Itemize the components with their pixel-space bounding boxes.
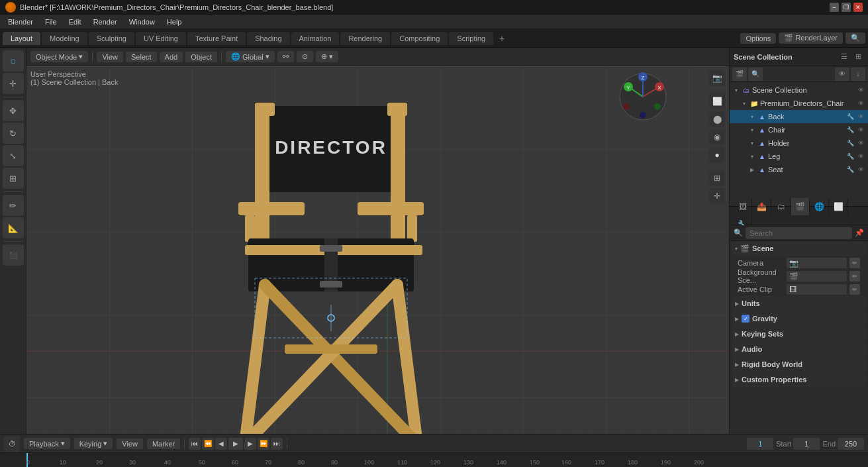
scale-tool-btn[interactable]: ⤡ — [3, 145, 24, 166]
tree-item-back[interactable]: ▾ ▲ Back 🔧 👁 — [730, 110, 868, 123]
props-tab-object[interactable]: ⬜ — [830, 198, 848, 215]
eye-icon-2[interactable]: 👁 — [856, 99, 865, 108]
tab-animation[interactable]: Animation — [291, 32, 340, 45]
tree-item-holder[interactable]: ▾ ▲ Holder 🔧 👁 — [730, 136, 868, 150]
shading-material-btn[interactable]: ◉ — [709, 129, 725, 145]
tab-uv-editing[interactable]: UV Editing — [136, 32, 186, 45]
tab-sculpting[interactable]: Sculpting — [89, 32, 134, 45]
props-tab-output[interactable]: 📤 — [753, 198, 771, 215]
search-button[interactable]: 🔍 — [845, 32, 865, 44]
render-layer-display[interactable]: 🎬 RenderLayer — [779, 32, 843, 44]
eye-icon-6[interactable]: 👁 — [856, 152, 865, 161]
close-button[interactable]: ✕ — [853, 3, 863, 12]
menu-file[interactable]: File — [40, 17, 62, 27]
transform-global-selector[interactable]: 🌐 Global ▾ — [226, 51, 275, 62]
options-button[interactable]: Options — [740, 33, 776, 44]
tab-layout[interactable]: Layout — [3, 32, 40, 45]
audio-section-header[interactable]: ▶ Audio — [732, 342, 865, 356]
rigid-body-header[interactable]: ▶ Rigid Body World — [732, 357, 865, 372]
menu-blender[interactable]: Blender — [3, 17, 38, 27]
shading-rendered-btn[interactable]: ● — [709, 147, 725, 163]
properties-search-input[interactable] — [746, 227, 852, 239]
viewport-canvas[interactable]: DIRECTOR — [26, 66, 729, 434]
overlay-btn[interactable]: ⊞ — [709, 170, 725, 186]
outliner-hide-btn[interactable]: 👁 — [835, 68, 849, 81]
camera-edit-btn[interactable]: ✏ — [849, 258, 860, 268]
viewport-view-menu[interactable]: View — [97, 52, 123, 62]
viewport-select-menu[interactable]: Select — [126, 52, 157, 62]
restrict-icon-4[interactable]: 🔧 — [845, 152, 855, 161]
menu-edit[interactable]: Edit — [64, 17, 87, 27]
tree-item-leg[interactable]: ▾ ▲ Leg 🔧 👁 — [730, 150, 868, 163]
active-clip-edit-btn[interactable]: ✏ — [849, 284, 860, 295]
bg-scene-value[interactable]: 🎬 — [787, 271, 847, 282]
viewport-add-menu[interactable]: Add — [160, 52, 183, 62]
gravity-enabled-checkbox[interactable]: ✓ — [742, 315, 749, 323]
add-cube-btn[interactable]: ⬛ — [3, 244, 24, 266]
step-forward-btn[interactable]: ▶ — [244, 438, 256, 450]
tab-compositing[interactable]: Compositing — [391, 32, 448, 45]
rotate-tool-btn[interactable]: ↻ — [3, 123, 24, 144]
eye-icon-3[interactable]: 👁 — [856, 112, 865, 121]
toggle-xray-btn[interactable]: ⬜ — [709, 93, 725, 109]
navigation-gizmo[interactable]: X Y Z — [616, 70, 669, 123]
outliner-filter-vis-btn[interactable]: ↓ — [851, 68, 865, 81]
tree-item-scene-collection[interactable]: ▾ 🗂 Scene Collection 👁 — [730, 83, 868, 97]
end-frame-display[interactable]: 250 — [838, 438, 864, 450]
timeline-keying-menu[interactable]: Keying ▾ — [74, 438, 113, 449]
jump-end-btn[interactable]: ⏭ — [271, 438, 283, 450]
gizmos-btn[interactable]: ✛ — [709, 188, 725, 204]
menu-render[interactable]: Render — [88, 17, 122, 27]
tab-modeling[interactable]: Modeling — [42, 32, 87, 45]
units-section-header[interactable]: ▶ Units — [732, 296, 865, 311]
camera-value[interactable]: 📷 — [787, 258, 847, 268]
restrict-icon-5[interactable]: 🔧 — [845, 165, 855, 174]
props-tab-world[interactable]: 🌐 — [810, 198, 829, 215]
measure-tool-btn[interactable]: 📐 — [3, 217, 24, 238]
timeline-playback-menu[interactable]: Playback ▾ — [24, 438, 70, 449]
step-back-btn[interactable]: ◀ — [215, 438, 227, 450]
pin-icon[interactable]: 📌 — [855, 229, 864, 237]
jump-start-btn[interactable]: ⏮ — [189, 438, 201, 450]
3d-viewport[interactable]: Object Mode ▾ View Select Add Object 🌐 G… — [26, 48, 729, 434]
cursor-tool-btn[interactable]: ✛ — [3, 73, 24, 94]
outliner-filter-btn[interactable]: ☰ — [838, 51, 850, 63]
zoom-camera-btn[interactable]: 📷 — [709, 70, 725, 86]
outliner-view-btn[interactable]: ⊞ — [852, 51, 864, 63]
next-keyframe-btn[interactable]: ⏩ — [258, 438, 269, 450]
object-mode-selector[interactable]: Object Mode ▾ — [30, 51, 88, 62]
timeline-playback-icon-btn[interactable]: ⏱ — [4, 436, 20, 452]
play-pause-btn[interactable]: ▶ — [228, 438, 243, 450]
restrict-icon-1[interactable]: 🔧 — [845, 112, 855, 121]
tree-item-chair[interactable]: ▾ ▲ Chair 🔧 👁 — [730, 123, 868, 136]
menu-help[interactable]: Help — [162, 17, 187, 27]
eye-icon-7[interactable]: 👁 — [856, 165, 865, 174]
props-tab-render[interactable]: 🖼 — [734, 198, 752, 215]
tab-shading[interactable]: Shading — [247, 32, 289, 45]
active-clip-value[interactable]: 🎞 — [787, 284, 847, 295]
eye-icon-5[interactable]: 👁 — [856, 138, 865, 148]
menu-window[interactable]: Window — [124, 17, 160, 27]
eye-icon-4[interactable]: 👁 — [856, 125, 865, 134]
move-tool-btn[interactable]: ✥ — [3, 100, 24, 121]
outliner-search-btn[interactable]: 🔍 — [748, 68, 763, 81]
timeline-view-menu[interactable]: View — [117, 439, 143, 449]
tree-item-directors-chair[interactable]: ▾ 📁 Premium_Directors_Chair 👁 — [730, 97, 868, 110]
props-tab-scene[interactable]: 🎬 — [791, 198, 810, 215]
viewport-object-menu[interactable]: Object — [185, 52, 217, 62]
custom-props-header[interactable]: ▶ Custom Properties — [732, 372, 865, 387]
scene-section-header[interactable]: ▾ 🎬 Scene — [732, 241, 865, 256]
tab-scripting[interactable]: Scripting — [449, 32, 493, 45]
maximize-button[interactable]: ❐ — [842, 3, 851, 12]
transform-tool-btn[interactable]: ⊞ — [3, 168, 24, 189]
bg-scene-edit-btn[interactable]: ✏ — [849, 271, 860, 282]
restrict-icon-2[interactable]: 🔧 — [845, 125, 855, 134]
proportional-edit-btn[interactable]: ⊙ — [297, 51, 313, 62]
minimize-button[interactable]: – — [830, 3, 839, 12]
restrict-icon-3[interactable]: 🔧 — [845, 138, 855, 148]
annotate-tool-btn[interactable]: ✏ — [3, 195, 24, 216]
tab-texture-paint[interactable]: Texture Paint — [187, 32, 246, 45]
timeline-marker-menu[interactable]: Marker — [147, 439, 180, 449]
tab-rendering[interactable]: Rendering — [340, 32, 390, 45]
add-workspace-button[interactable]: + — [495, 31, 509, 46]
